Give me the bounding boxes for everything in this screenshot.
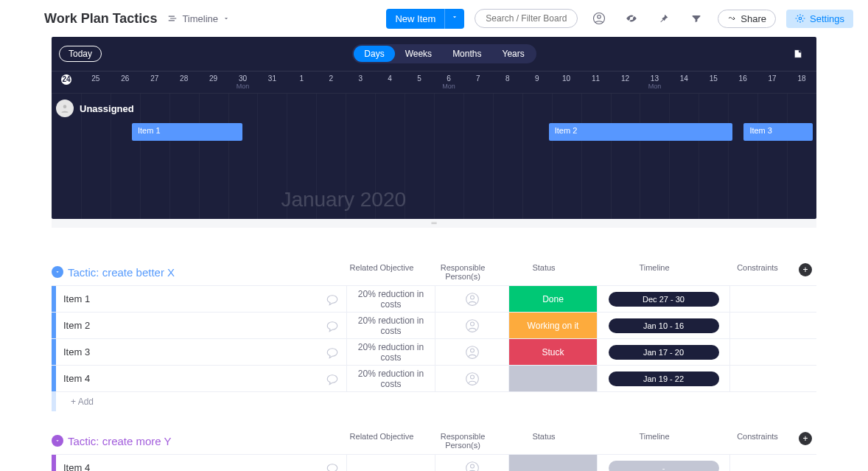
cell-person[interactable] bbox=[435, 455, 508, 471]
export-icon[interactable] bbox=[787, 43, 809, 65]
cell-person[interactable] bbox=[435, 339, 508, 365]
cell-objective[interactable]: 20% reduction in costs bbox=[346, 286, 435, 312]
svg-point-14 bbox=[470, 464, 474, 468]
timeline-bar[interactable]: Item 1 bbox=[132, 123, 243, 141]
svg-point-3 bbox=[799, 17, 802, 20]
settings-label: Settings bbox=[810, 13, 844, 24]
cell-timeline[interactable]: Dec 27 - 30 bbox=[597, 286, 729, 312]
chat-icon[interactable] bbox=[318, 372, 346, 385]
day-col-1: 1 bbox=[287, 71, 316, 93]
cell-constraints[interactable] bbox=[729, 286, 803, 312]
col-header-objective: Related Objective bbox=[337, 432, 426, 450]
view-toggle-weeks[interactable]: Weeks bbox=[395, 46, 442, 62]
item-name[interactable]: Item 4 bbox=[56, 462, 318, 471]
svg-point-6 bbox=[470, 296, 474, 299]
table-row[interactable]: Item 120% reduction in costsDoneDec 27 -… bbox=[52, 285, 816, 312]
cell-timeline[interactable]: Jan 10 - 16 bbox=[597, 313, 729, 338]
day-col-6: 6Mon bbox=[434, 71, 463, 93]
profile-icon[interactable] bbox=[588, 7, 610, 29]
cell-objective[interactable]: 20% reduction in costs bbox=[346, 366, 435, 391]
cell-person[interactable] bbox=[435, 366, 508, 391]
cell-constraints[interactable] bbox=[729, 339, 803, 365]
cell-status[interactable] bbox=[508, 455, 597, 471]
col-header-person: Responsible Person(s) bbox=[426, 263, 500, 281]
group-collapse[interactable] bbox=[52, 266, 63, 278]
item-name[interactable]: Item 4 bbox=[56, 373, 318, 384]
chat-icon[interactable] bbox=[318, 461, 346, 472]
settings-button[interactable]: Settings bbox=[786, 10, 853, 28]
cell-person[interactable] bbox=[435, 286, 508, 312]
day-col-25: 25 bbox=[81, 71, 111, 93]
day-col-3: 3 bbox=[346, 71, 375, 93]
svg-point-4 bbox=[63, 105, 67, 108]
item-name[interactable]: Item 1 bbox=[56, 293, 318, 304]
day-col-7: 7 bbox=[463, 71, 493, 93]
table-row[interactable]: Item 220% reduction in costsWorking on i… bbox=[52, 312, 816, 338]
search-input[interactable] bbox=[475, 9, 578, 28]
table-row[interactable]: Item 4- bbox=[52, 454, 816, 471]
view-toggle-months[interactable]: Months bbox=[442, 46, 491, 62]
day-col-5: 5 bbox=[405, 71, 434, 93]
day-col-28: 28 bbox=[169, 71, 199, 93]
col-header-objective: Related Objective bbox=[337, 263, 426, 281]
view-toggle-years[interactable]: Years bbox=[491, 46, 534, 62]
add-item-row[interactable]: + Add bbox=[52, 391, 816, 411]
col-header-timeline: Timeline bbox=[588, 432, 721, 450]
filter-icon[interactable] bbox=[685, 7, 707, 29]
day-col-18: 18 bbox=[787, 71, 816, 93]
eye-icon[interactable] bbox=[620, 7, 643, 29]
chat-icon[interactable] bbox=[318, 293, 346, 306]
cell-objective[interactable]: 20% reduction in costs bbox=[346, 313, 435, 338]
cell-objective[interactable]: 20% reduction in costs bbox=[346, 339, 435, 365]
month-label: January 2020 bbox=[281, 188, 406, 212]
item-name[interactable]: Item 2 bbox=[56, 320, 318, 331]
cell-constraints[interactable] bbox=[729, 313, 803, 338]
cell-objective[interactable] bbox=[346, 455, 435, 471]
day-col-9: 9 bbox=[522, 71, 552, 93]
group-title[interactable]: Tactic: create better X bbox=[68, 266, 175, 279]
cell-constraints[interactable] bbox=[729, 366, 803, 391]
timeline-bar[interactable]: Item 2 bbox=[549, 123, 732, 141]
cell-timeline[interactable]: - bbox=[597, 455, 729, 471]
swimlane-label: Unassigned bbox=[80, 103, 134, 114]
share-button[interactable]: Share bbox=[718, 10, 776, 28]
table-row[interactable]: Item 320% reduction in costsStuckJan 17 … bbox=[52, 338, 816, 365]
cell-status[interactable] bbox=[508, 366, 597, 391]
day-col-10: 10 bbox=[552, 71, 581, 93]
svg-point-10 bbox=[470, 349, 474, 352]
timeline-panel: Today DaysWeeksMonthsYears 2425262728293… bbox=[52, 37, 816, 219]
group-collapse[interactable] bbox=[52, 435, 63, 447]
pin-icon[interactable] bbox=[653, 7, 675, 29]
chat-icon[interactable] bbox=[318, 346, 346, 359]
day-col-2: 2 bbox=[316, 71, 346, 93]
add-column-button[interactable]: + bbox=[799, 432, 812, 445]
timeline-bar[interactable]: Item 3 bbox=[743, 123, 812, 141]
chevron-down-icon bbox=[223, 15, 230, 22]
day-col-15: 15 bbox=[699, 71, 728, 93]
cell-status[interactable]: Working on it bbox=[508, 313, 597, 338]
day-col-11: 11 bbox=[581, 71, 611, 93]
resize-handle[interactable]: ═ bbox=[52, 219, 816, 228]
day-col-13: 13Mon bbox=[640, 71, 669, 93]
day-col-16: 16 bbox=[728, 71, 757, 93]
cell-timeline[interactable]: Jan 17 - 20 bbox=[597, 339, 729, 365]
col-header-person: Responsible Person(s) bbox=[426, 432, 500, 450]
chat-icon[interactable] bbox=[318, 319, 346, 332]
new-item-caret[interactable] bbox=[444, 9, 464, 29]
cell-timeline[interactable]: Jan 19 - 22 bbox=[597, 366, 729, 391]
day-col-4: 4 bbox=[375, 71, 405, 93]
new-item-button[interactable]: New Item bbox=[386, 9, 464, 29]
today-button[interactable]: Today bbox=[59, 46, 102, 62]
col-header-constraints: Constraints bbox=[721, 263, 794, 281]
group-title[interactable]: Tactic: create more Y bbox=[68, 435, 172, 447]
col-header-timeline: Timeline bbox=[588, 263, 721, 281]
item-name[interactable]: Item 3 bbox=[56, 346, 318, 357]
cell-status[interactable]: Done bbox=[508, 286, 597, 312]
cell-constraints[interactable] bbox=[729, 455, 803, 471]
view-toggle-days[interactable]: Days bbox=[354, 46, 394, 62]
table-row[interactable]: Item 420% reduction in costsJan 19 - 22 bbox=[52, 365, 816, 391]
cell-person[interactable] bbox=[435, 313, 508, 338]
add-column-button[interactable]: + bbox=[799, 263, 812, 276]
view-selector[interactable]: Timeline bbox=[167, 13, 230, 24]
cell-status[interactable]: Stuck bbox=[508, 339, 597, 365]
